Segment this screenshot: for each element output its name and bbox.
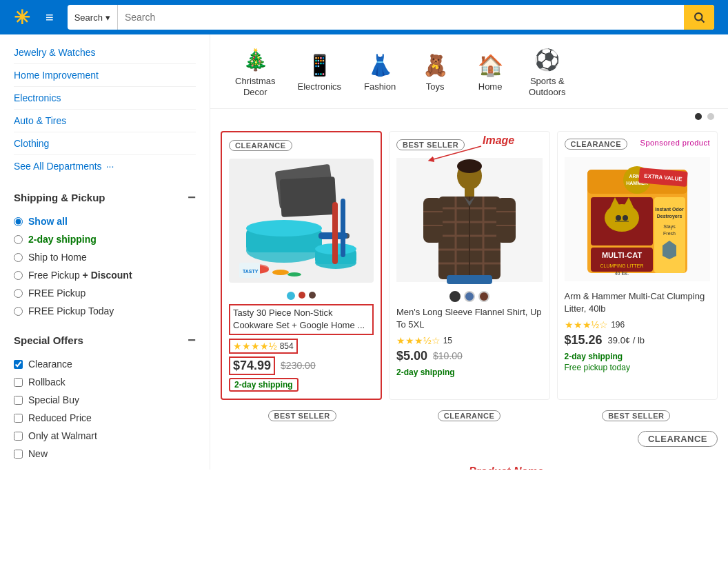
sports-icon: ⚽ bbox=[534, 46, 561, 73]
header: ✳ ≡ Search ▾ bbox=[0, 0, 728, 34]
filter-ship-home[interactable]: Ship to Home bbox=[14, 248, 196, 266]
collapse-special-offers[interactable]: − bbox=[188, 332, 196, 348]
dot-blue[interactable] bbox=[287, 292, 295, 300]
bottom-badge-3: BEST SELLER bbox=[556, 410, 716, 425]
category-christmas-decor[interactable]: 🎄 ChristmasDecor bbox=[224, 41, 287, 101]
svg-point-27 bbox=[457, 159, 482, 173]
sidebar-link-clothing[interactable]: Clothing bbox=[14, 132, 196, 155]
original-price-1: $230.00 bbox=[281, 360, 316, 371]
search-input[interactable] bbox=[118, 5, 684, 30]
svg-rect-9 bbox=[280, 177, 337, 217]
color-blue[interactable] bbox=[464, 291, 475, 302]
svg-rect-18 bbox=[332, 202, 338, 264]
product-card-3: CLEARANCE Sponsored product bbox=[557, 131, 718, 399]
sidebar: Jewelry & Watches Home Improvement Elect… bbox=[0, 34, 210, 470]
badge-best-seller-2: BEST SELLER bbox=[396, 139, 543, 154]
price-box-1: $74.99 bbox=[229, 356, 275, 375]
dot-1[interactable] bbox=[695, 113, 702, 120]
product-name-3: Arm & Hammer Multi-Cat Clumping Litter, … bbox=[565, 290, 711, 315]
filter-free-pickup-discount[interactable]: Free Pickup + Discount bbox=[14, 266, 196, 284]
filter-free-pickup-today[interactable]: FREE Pickup Today bbox=[14, 302, 196, 320]
product-name-2: Men's Long Sleeve Flannel Shirt, Up To 5… bbox=[396, 306, 543, 331]
review-count-2: 15 bbox=[443, 336, 452, 345]
category-nav: 🎄 ChristmasDecor 📱 Electronics 👗 Fashion… bbox=[210, 34, 728, 109]
dot-red[interactable] bbox=[299, 292, 305, 299]
special-offers-section: Special Offers − Clearance Rollback Spec… bbox=[14, 332, 196, 463]
filter-special-buy[interactable]: Special Buy bbox=[14, 391, 196, 409]
product-name-1: Tasty 30 Piece Non-Stick Cookware Set + … bbox=[229, 304, 374, 334]
search-dropdown[interactable]: Search ▾ bbox=[68, 5, 118, 30]
price-row-1: $74.99 $230.00 bbox=[229, 356, 374, 375]
hamburger-icon[interactable]: ≡ bbox=[46, 10, 54, 26]
category-toys[interactable]: 🧸 Toys bbox=[407, 47, 463, 96]
spark-icon: ✳ bbox=[14, 6, 30, 29]
see-all-label: See All Departments bbox=[14, 161, 102, 172]
products-area: Image Product Name Rating bbox=[210, 124, 728, 457]
svg-point-55 bbox=[616, 215, 621, 221]
stars-2: ★★★½☆ 15 bbox=[396, 335, 543, 346]
filter-clearance[interactable]: Clearance bbox=[14, 355, 196, 373]
collapse-shipping[interactable]: − bbox=[188, 190, 196, 205]
search-bar: Search ▾ bbox=[68, 5, 714, 30]
sidebar-link-jewelry[interactable]: Jewelry & Watches bbox=[14, 41, 196, 64]
cookware-svg: TASTY bbox=[229, 161, 374, 281]
content-area: 🎄 ChristmasDecor 📱 Electronics 👗 Fashion… bbox=[210, 34, 728, 470]
filter-rollback[interactable]: Rollback bbox=[14, 373, 196, 391]
product-image-1[interactable]: TASTY bbox=[229, 155, 374, 286]
clearance-bottom-label: CLEARANCE bbox=[638, 431, 718, 447]
svg-text:Destroyers: Destroyers bbox=[656, 214, 682, 219]
price-1: $74.99 bbox=[233, 359, 271, 373]
dot-2[interactable] bbox=[707, 113, 714, 120]
svg-point-12 bbox=[246, 220, 322, 237]
category-electronics[interactable]: 📱 Electronics bbox=[287, 47, 353, 96]
filter-2day[interactable]: 2-day shipping bbox=[14, 230, 196, 248]
color-dark[interactable] bbox=[449, 291, 461, 302]
svg-rect-42 bbox=[496, 198, 516, 243]
original-price-2: $10.00 bbox=[433, 350, 463, 361]
category-fashion[interactable]: 👗 Fashion bbox=[352, 47, 407, 96]
stars-1: ★★★★½ 854 bbox=[229, 339, 374, 354]
clearance-bottom-area: CLEARANCE bbox=[221, 431, 718, 451]
svg-point-22 bbox=[272, 270, 289, 275]
sidebar-link-auto[interactable]: Auto & Tires bbox=[14, 110, 196, 132]
filter-reduced-price[interactable]: Reduced Price bbox=[14, 409, 196, 427]
annotation-product-name: Product Name bbox=[469, 465, 543, 470]
filter-only-walmart[interactable]: Only at Walmart bbox=[14, 427, 196, 445]
slide-dots-1 bbox=[229, 292, 374, 300]
shipping-pickup-title: Shipping & Pickup − bbox=[14, 190, 196, 205]
product-image-2[interactable] bbox=[396, 154, 543, 285]
svg-text:CLUMPING LITTER: CLUMPING LITTER bbox=[600, 263, 643, 268]
sidebar-link-home-improvement[interactable]: Home Improvement bbox=[14, 64, 196, 87]
filter-free-pickup[interactable]: FREE Pickup bbox=[14, 284, 196, 302]
dot-brown[interactable] bbox=[309, 292, 316, 299]
dropdown-chevron: ▾ bbox=[105, 12, 110, 23]
see-all-departments[interactable]: See All Departments ··· bbox=[14, 155, 196, 177]
products-grid: CLEARANCE bbox=[221, 131, 718, 399]
product-image-3[interactable]: ARM & HAMMER bbox=[565, 154, 711, 285]
svg-text:Fresh: Fresh bbox=[663, 231, 676, 236]
see-all-dots: ··· bbox=[106, 161, 114, 172]
review-count-1: 854 bbox=[280, 341, 294, 351]
svg-point-56 bbox=[623, 215, 628, 221]
price-row-3: $15.26 39.0¢ / lb bbox=[565, 333, 711, 348]
price-3: $15.26 bbox=[565, 333, 603, 348]
product-card-2: BEST SELLER bbox=[389, 131, 550, 399]
svg-text:MULTI-CAT: MULTI-CAT bbox=[602, 251, 643, 259]
filter-show-all[interactable]: Show all bbox=[14, 212, 196, 230]
svg-rect-28 bbox=[465, 187, 474, 197]
shipping-2: 2-day shipping bbox=[396, 366, 543, 377]
special-offers-title: Special Offers − bbox=[14, 332, 196, 348]
fashion-icon: 👗 bbox=[366, 51, 394, 79]
svg-text:TASTY: TASTY bbox=[243, 269, 259, 274]
category-home[interactable]: 🏠 Home bbox=[463, 47, 518, 96]
color-brown[interactable] bbox=[478, 291, 489, 302]
product-card-1: CLEARANCE bbox=[221, 131, 382, 399]
review-count-3: 196 bbox=[611, 320, 625, 330]
sidebar-link-electronics[interactable]: Electronics bbox=[14, 87, 196, 110]
category-sports[interactable]: ⚽ Sports &Outdoors bbox=[518, 41, 576, 101]
filter-new[interactable]: New bbox=[14, 445, 196, 463]
search-button[interactable] bbox=[684, 5, 714, 30]
search-icon bbox=[693, 11, 705, 23]
badge-clearance-1: CLEARANCE bbox=[229, 139, 374, 155]
price-row-2: $5.00 $10.00 bbox=[396, 349, 543, 363]
